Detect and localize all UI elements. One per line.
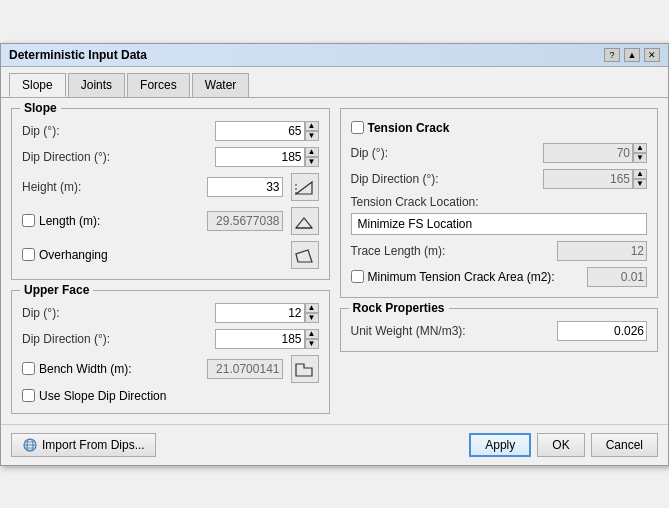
tc-location-row: Tension Crack Location: — [351, 195, 648, 209]
slope-length-input[interactable]: 29.5677038 — [207, 211, 283, 231]
svg-marker-5 — [296, 364, 312, 376]
use-slope-label: Use Slope Dip Direction — [39, 389, 166, 403]
slope-length-row: Length (m): 29.5677038 — [22, 207, 319, 235]
use-slope-checkbox-label: Use Slope Dip Direction — [22, 389, 166, 403]
import-button[interactable]: Import From Dips... — [11, 433, 156, 457]
tc-dip-input[interactable]: 70 — [543, 143, 633, 163]
slope-dip-up[interactable]: ▲ — [305, 121, 319, 131]
upper-face-group: Upper Face Dip (°): 12 ▲ ▼ Dip Direction… — [11, 290, 330, 414]
apply-button[interactable]: Apply — [469, 433, 531, 457]
tc-dip-up[interactable]: ▲ — [633, 143, 647, 153]
slope-overhanging-label: Overhanging — [22, 248, 108, 262]
upper-dip-up[interactable]: ▲ — [305, 303, 319, 313]
slope-dip-down[interactable]: ▼ — [305, 131, 319, 141]
tc-minarea-checkbox-label: Minimum Tension Crack Area (m2): — [351, 270, 588, 284]
slope-overhanging-checkbox[interactable] — [22, 248, 35, 261]
main-dialog: Deterministic Input Data ? ▲ ✕ Slope Joi… — [0, 43, 669, 466]
tc-dipdir-row: Dip Direction (°): 165 ▲ ▼ — [351, 169, 648, 189]
unit-weight-row: Unit Weight (MN/m3): 0.026 — [351, 321, 648, 341]
tc-dip-label: Dip (°): — [351, 146, 544, 160]
tc-trace-input[interactable]: 12 — [557, 241, 647, 261]
tc-dipdir-spinner: 165 ▲ ▼ — [543, 169, 647, 189]
cancel-button[interactable]: Cancel — [591, 433, 658, 457]
slope-group: Slope Dip (°): 65 ▲ ▼ Dip Direction (°): — [11, 108, 330, 280]
upper-dipdir-down[interactable]: ▼ — [305, 339, 319, 349]
slope-group-title: Slope — [20, 101, 61, 115]
slope-dipdir-spinner: 185 ▲ ▼ — [215, 147, 319, 167]
dialog-title: Deterministic Input Data — [9, 48, 147, 62]
tc-location-select[interactable]: Minimize FS Location Top of Slope Custom — [351, 213, 648, 235]
tc-minarea-label: Minimum Tension Crack Area (m2): — [368, 270, 555, 284]
tc-dipdir-down[interactable]: ▼ — [633, 179, 647, 189]
tc-dipdir-spinbtns: ▲ ▼ — [633, 169, 647, 189]
upper-dipdir-label: Dip Direction (°): — [22, 332, 215, 346]
tension-crack-group: Tension Crack Dip (°): 70 ▲ ▼ Dip Direct… — [340, 108, 659, 298]
upper-dip-row: Dip (°): 12 ▲ ▼ — [22, 303, 319, 323]
slope-length-diagram[interactable] — [291, 207, 319, 235]
slope-height-input[interactable]: 33 — [207, 177, 283, 197]
tc-minarea-checkbox[interactable] — [351, 270, 364, 283]
slope-dipdir-label: Dip Direction (°): — [22, 150, 215, 164]
upper-dip-input[interactable]: 12 — [215, 303, 305, 323]
help-button[interactable]: ? — [604, 48, 620, 62]
slope-dip-row: Dip (°): 65 ▲ ▼ — [22, 121, 319, 141]
upper-dip-down[interactable]: ▼ — [305, 313, 319, 323]
slope-dipdir-down[interactable]: ▼ — [305, 157, 319, 167]
bench-width-checkbox[interactable] — [22, 362, 35, 375]
slope-length-label: Length (m): — [39, 214, 100, 228]
upper-face-title: Upper Face — [20, 283, 93, 297]
main-content: Slope Dip (°): 65 ▲ ▼ Dip Direction (°): — [1, 98, 668, 424]
footer-right: Apply OK Cancel — [469, 433, 658, 457]
slope-length-checkbox[interactable] — [22, 214, 35, 227]
slope-height-container: 33 — [207, 173, 319, 201]
tc-dip-spinbtns: ▲ ▼ — [633, 143, 647, 163]
tc-dip-spinner: 70 ▲ ▼ — [543, 143, 647, 163]
tc-location-dropdown-row: Minimize FS Location Top of Slope Custom — [351, 213, 648, 235]
tc-dipdir-input[interactable]: 165 — [543, 169, 633, 189]
footer: Import From Dips... Apply OK Cancel — [1, 424, 668, 465]
tension-crack-title: Tension Crack — [368, 121, 450, 135]
tc-minarea-input[interactable]: 0.01 — [587, 267, 647, 287]
tc-dip-row: Dip (°): 70 ▲ ▼ — [351, 143, 648, 163]
slope-length-container: 29.5677038 — [207, 207, 319, 235]
slope-dipdir-spinbtns: ▲ ▼ — [305, 147, 319, 167]
tc-trace-row: Trace Length (m): 12 — [351, 241, 648, 261]
minimize-button[interactable]: ▲ — [624, 48, 640, 62]
tab-water[interactable]: Water — [192, 73, 250, 97]
slope-height-diagram[interactable] — [291, 173, 319, 201]
bench-width-diagram[interactable] — [291, 355, 319, 383]
tc-dipdir-up[interactable]: ▲ — [633, 169, 647, 179]
right-panel: Tension Crack Dip (°): 70 ▲ ▼ Dip Direct… — [340, 108, 659, 414]
slope-dipdir-row: Dip Direction (°): 185 ▲ ▼ — [22, 147, 319, 167]
bench-icon-svg — [294, 358, 316, 380]
slope-overhanging-diagram — [287, 241, 319, 269]
slope-dip-label: Dip (°): — [22, 124, 215, 138]
title-bar-controls: ? ▲ ✕ — [604, 48, 660, 62]
upper-dipdir-input[interactable]: 185 — [215, 329, 305, 349]
unit-weight-label: Unit Weight (MN/m3): — [351, 324, 558, 338]
tension-crack-checkbox[interactable] — [351, 121, 364, 134]
tab-joints[interactable]: Joints — [68, 73, 125, 97]
bench-width-row: Bench Width (m): 21.0700141 — [22, 355, 319, 383]
ok-button[interactable]: OK — [537, 433, 584, 457]
slope-overhanging-icon[interactable] — [291, 241, 319, 269]
slope-dipdir-up[interactable]: ▲ — [305, 147, 319, 157]
close-button[interactable]: ✕ — [644, 48, 660, 62]
use-slope-row: Use Slope Dip Direction — [22, 389, 319, 403]
bench-width-input[interactable]: 21.0700141 — [207, 359, 283, 379]
tab-forces[interactable]: Forces — [127, 73, 190, 97]
slope-dipdir-input[interactable]: 185 — [215, 147, 305, 167]
unit-weight-input[interactable]: 0.026 — [557, 321, 647, 341]
upper-dipdir-up[interactable]: ▲ — [305, 329, 319, 339]
bench-width-label: Bench Width (m): — [39, 362, 132, 376]
tabs-bar: Slope Joints Forces Water — [1, 67, 668, 98]
import-label: Import From Dips... — [42, 438, 145, 452]
upper-dipdir-spinner: 185 ▲ ▼ — [215, 329, 319, 349]
slope-length-icon-svg — [294, 210, 316, 232]
slope-dip-input[interactable]: 65 — [215, 121, 305, 141]
tc-dip-down[interactable]: ▼ — [633, 153, 647, 163]
use-slope-checkbox[interactable] — [22, 389, 35, 402]
tab-slope[interactable]: Slope — [9, 73, 66, 97]
slope-height-label: Height (m): — [22, 180, 207, 194]
slope-height-row: Height (m): 33 — [22, 173, 319, 201]
